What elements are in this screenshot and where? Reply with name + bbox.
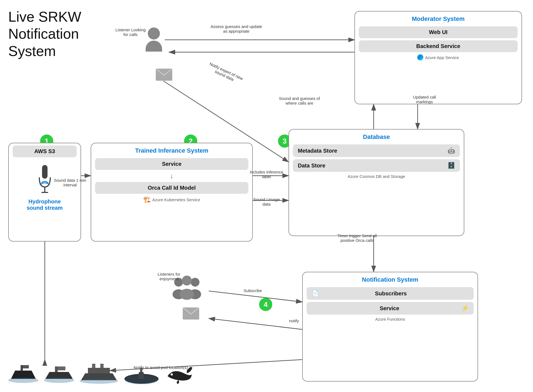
notify-expert-label: Notify expert of new sound data <box>203 60 247 87</box>
aws-s3-box: AWS S3 <box>13 145 77 157</box>
svg-rect-21 <box>92 364 95 368</box>
boat-1-icon <box>8 362 38 384</box>
moderator-system-box: Moderator System Web UI Backend Service … <box>354 11 522 104</box>
notification-service-box: Service ⚡ <box>307 302 474 315</box>
svg-rect-0 <box>42 165 48 179</box>
svg-point-9 <box>180 289 194 300</box>
svg-rect-12 <box>21 365 23 371</box>
hydrophone-box: AWS S3 Hydrophonesound stream <box>8 143 81 242</box>
boat-2-icon <box>44 362 74 384</box>
subscribers-doc-icon: 📄 <box>312 290 319 297</box>
svg-rect-22 <box>100 364 104 368</box>
svg-point-27 <box>124 375 159 384</box>
notify-label: notify <box>283 318 305 323</box>
svg-point-6 <box>191 278 199 287</box>
svg-point-14 <box>8 377 38 383</box>
subscribers-box: 📄 Subscribers <box>307 287 474 300</box>
svg-rect-16 <box>55 366 58 372</box>
svg-point-23 <box>80 378 118 384</box>
sound-guesses-label: Sound and guesses of where calls are <box>275 96 324 105</box>
storage-icon: 🗄️ <box>448 162 455 169</box>
person-head <box>148 27 160 40</box>
notify-avoid-label: Notify to avoid pod location(s) <box>121 365 201 370</box>
sound-image-label: Sound / image data <box>249 197 284 206</box>
azure-func-icon: ⚡ <box>461 305 469 312</box>
backend-service-box: Backend Service <box>359 40 518 52</box>
inference-system-title: Trained Inferance System <box>91 143 252 156</box>
cosmos-icon: 🤖 <box>448 147 455 154</box>
step-4: 4 <box>259 298 272 311</box>
svg-rect-20 <box>88 368 110 373</box>
sound-data-label: Sound data 1 min interval <box>54 178 87 187</box>
svg-rect-17 <box>58 366 65 370</box>
database-system-box: Database Metadata Store 🤖 Data Store 🗄️ … <box>288 129 464 236</box>
cargo-ship-icon <box>80 362 118 384</box>
inference-system-box: Trained Inferance System Service ↓ Orca … <box>91 143 253 242</box>
web-ui-box: Web UI <box>359 26 518 38</box>
timer-trigger-label: Timer trigger Send all positive Orca cal… <box>335 233 379 243</box>
azure-globe-icon: 🌐 <box>417 54 423 60</box>
listener-label: Listener Looking for calls <box>113 27 148 37</box>
includes-inference-label: Includes inference label <box>249 170 284 179</box>
listeners-enjoyment-label: Listeners for enjoyment <box>148 272 190 281</box>
mail-envelope-1 <box>156 69 172 82</box>
mic-icon <box>34 162 56 195</box>
azure-functions-label: Azure Functions <box>307 317 474 321</box>
app-service-label: 🌐 Azure App Service <box>359 54 518 60</box>
page-title: Live SRKW Notification System <box>8 8 81 60</box>
orca-model-box: Orca Call Id Model <box>95 182 248 194</box>
person-body <box>146 41 162 52</box>
moderator-system-title: Moderator System <box>355 12 521 24</box>
updated-markings-label: Updated call markings <box>407 95 442 104</box>
assess-label: Assess guesses and update as appropriate <box>209 24 264 33</box>
database-title: Database <box>289 130 464 142</box>
k8s-label: 🏗️ Azure Kubernetes Service <box>95 196 248 203</box>
svg-point-18 <box>44 377 74 383</box>
svg-rect-13 <box>23 365 29 368</box>
cosmos-db-label: Azure Cosmos DB and Storage <box>293 174 460 179</box>
notification-system-box: Notification System 📄 Subscribers Servic… <box>302 272 478 382</box>
inference-service-box: Service <box>95 158 248 170</box>
inner-arrow-down: ↓ <box>91 172 252 180</box>
notification-title: Notification System <box>303 272 478 285</box>
metadata-store-box: Metadata Store 🤖 <box>293 144 460 157</box>
svg-point-28 <box>171 373 173 376</box>
mail-envelope-2 <box>183 307 199 321</box>
subscribe-label: Subscribe <box>239 288 266 293</box>
hydrophone-label: Hydrophonesound stream <box>9 198 80 211</box>
k8s-icon: 🏗️ <box>143 196 151 203</box>
data-store-box: Data Store 🗄️ <box>293 159 460 172</box>
